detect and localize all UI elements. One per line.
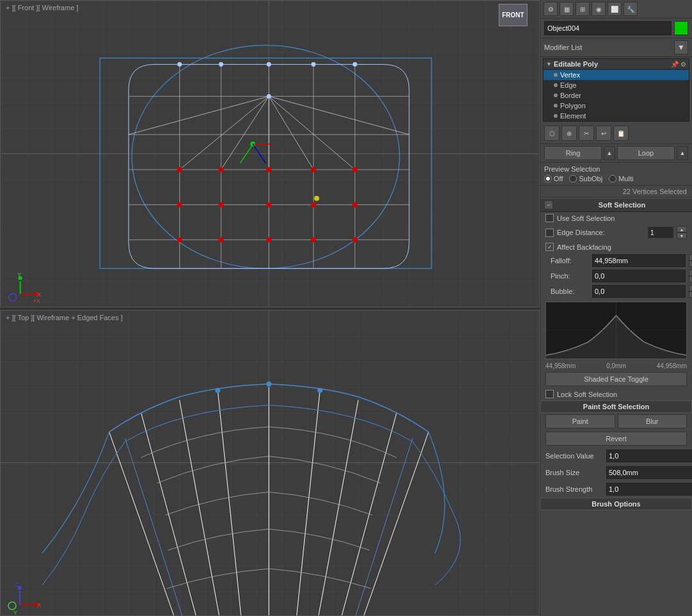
brush-options-header[interactable]: Brush Options <box>540 498 692 510</box>
stack-item-border[interactable]: Border <box>543 90 689 101</box>
svg-point-25 <box>266 167 271 172</box>
selection-value-label: Selection Value <box>545 452 603 460</box>
tool-icon-3[interactable]: ✂ <box>579 126 594 141</box>
object-name-input[interactable] <box>544 21 672 35</box>
brush-strength-input[interactable] <box>606 483 692 496</box>
stack-item-polygon-label: Polygon <box>560 102 586 109</box>
selection-value-input[interactable] <box>606 450 692 462</box>
modifier-stack-settings[interactable]: ⚙ <box>680 61 686 68</box>
svg-point-35 <box>266 237 271 242</box>
stack-item-polygon[interactable]: Polygon <box>543 101 689 111</box>
object-color-swatch[interactable] <box>674 21 688 35</box>
vertices-selected: 22 Vertices Selected <box>540 186 692 198</box>
use-soft-checkbox[interactable] <box>545 214 554 222</box>
svg-point-84 <box>318 388 323 393</box>
stack-item-element[interactable]: Element <box>543 111 689 121</box>
display-icon[interactable]: ⬜ <box>608 2 622 16</box>
falloff-up[interactable]: ▲ <box>689 254 692 261</box>
soft-selection-graph[interactable] <box>545 302 687 359</box>
shaded-face-toggle-button[interactable]: Shaded Face Toggle <box>545 372 687 386</box>
radio-multi-label: Multi <box>618 175 633 182</box>
stack-item-vertex[interactable]: Vertex <box>543 70 689 80</box>
falloff-input[interactable] <box>592 254 686 267</box>
radio-subobj-circle <box>569 175 577 182</box>
nav-cube-front[interactable]: FRONT <box>499 4 527 26</box>
motion-icon[interactable]: ◉ <box>591 2 606 16</box>
use-soft-selection-row[interactable]: Use Soft Selection <box>540 212 692 224</box>
svg-point-39 <box>219 62 223 67</box>
graph-label-center: 0,0mm <box>606 362 626 369</box>
radio-off[interactable]: Off <box>544 175 563 182</box>
paint-button[interactable]: Paint <box>545 414 615 428</box>
svg-rect-58 <box>1 311 539 615</box>
stack-item-border-label: Border <box>560 92 581 99</box>
loop-button[interactable]: Loop <box>617 146 675 160</box>
vertex-bullet <box>554 73 558 77</box>
stack-item-element-label: Element <box>560 112 586 120</box>
stack-item-edge[interactable]: Edge <box>543 80 689 90</box>
use-soft-label: Use Soft Selection <box>557 215 615 222</box>
brush-options-title: Brush Options <box>545 500 688 508</box>
pinch-row: Pinch: ▲ ▼ <box>540 268 692 284</box>
affect-backfacing-row[interactable]: Affect Backfacing <box>540 241 692 253</box>
modifier-list-dropdown[interactable]: ▼ <box>674 40 688 54</box>
falloff-row: Falloff: ▲ ▼ <box>540 253 692 268</box>
pinch-down[interactable]: ▼ <box>689 276 692 282</box>
tool-icon-1[interactable]: ⬡ <box>544 126 559 141</box>
viewport-top-canvas: X Z Y <box>1 311 539 615</box>
lock-soft-checkbox[interactable] <box>545 390 554 398</box>
edge-distance-down[interactable]: ▼ <box>677 232 687 239</box>
soft-selection-header[interactable]: − Soft Selection <box>540 198 692 212</box>
lock-soft-row[interactable]: Lock Soft Selection <box>540 388 692 400</box>
radio-subobj[interactable]: SubObj <box>569 175 602 182</box>
paint-soft-selection-header[interactable]: Paint Soft Selection <box>540 400 692 413</box>
affect-backfacing-checkbox[interactable] <box>545 243 554 251</box>
edge-distance-up[interactable]: ▲ <box>677 226 687 232</box>
bubble-down[interactable]: ▼ <box>689 291 692 298</box>
pinch-input[interactable] <box>592 270 686 282</box>
tool-icon-4[interactable]: ↩ <box>596 126 611 141</box>
tool-icon-2[interactable]: ⊕ <box>561 126 577 141</box>
ring-button[interactable]: Ring <box>544 146 602 160</box>
nav-cube[interactable]: FRONT <box>499 4 534 39</box>
brush-strength-label: Brush Strength <box>545 485 603 493</box>
svg-point-43 <box>267 94 271 99</box>
stack-item-edge-label: Edge <box>560 81 577 89</box>
falloff-down[interactable]: ▼ <box>689 261 692 267</box>
svg-point-33 <box>177 237 182 242</box>
falloff-spinner: ▲ ▼ <box>689 254 692 267</box>
blur-button[interactable]: Blur <box>618 414 688 428</box>
soft-selection-collapse[interactable]: − <box>544 200 553 209</box>
viewport-front-label[interactable]: + ][ Front ][ Wireframe ] <box>6 4 78 12</box>
svg-point-48 <box>314 196 319 201</box>
tool-icon-5[interactable]: 📋 <box>613 126 629 141</box>
svg-point-30 <box>266 202 271 207</box>
collapse-icon: ▼ <box>546 61 552 67</box>
bubble-label: Bubble: <box>551 288 589 295</box>
paint-soft-selection-title: Paint Soft Selection <box>545 403 688 410</box>
svg-point-40 <box>267 62 271 67</box>
revert-button[interactable]: Revert <box>545 432 687 446</box>
brush-size-input[interactable] <box>606 466 692 479</box>
radio-multi[interactable]: Multi <box>609 175 633 182</box>
pinch-up[interactable]: ▲ <box>689 270 692 276</box>
modifier-stack-pin[interactable]: 📌 <box>671 61 679 68</box>
modifier-stack-header[interactable]: ▼ Editable Poly 📌 ⚙ <box>543 59 689 70</box>
viewport-front[interactable]: + ][ Front ][ Wireframe ] FRONT <box>0 0 540 307</box>
hierarchy-icon[interactable]: ⊞ <box>575 2 590 16</box>
viewport-top[interactable]: + ][ Top ][ Wireframe + Edged Faces ] <box>0 310 540 616</box>
bubble-up[interactable]: ▲ <box>689 285 692 291</box>
edge-distance-checkbox[interactable] <box>545 229 554 237</box>
edge-distance-row[interactable]: Edge Distance: ▲ ▼ <box>540 224 692 241</box>
ring-spinner-up[interactable]: ▲ <box>604 146 615 160</box>
grid-icon[interactable]: ▦ <box>559 2 574 16</box>
svg-text:Z: Z <box>15 581 19 588</box>
bubble-input[interactable] <box>592 285 686 298</box>
bubble-row: Bubble: ▲ ▼ <box>540 284 692 299</box>
utility-icon[interactable]: 🔧 <box>624 2 638 16</box>
edge-distance-input[interactable] <box>648 227 673 238</box>
loop-spinner-up[interactable]: ▲ <box>677 146 688 160</box>
settings-icon[interactable]: ⚙ <box>543 2 558 16</box>
brush-strength-row: Brush Strength ▲ ▼ <box>540 481 692 498</box>
viewport-top-label[interactable]: + ][ Top ][ Wireframe + Edged Faces ] <box>6 314 123 321</box>
